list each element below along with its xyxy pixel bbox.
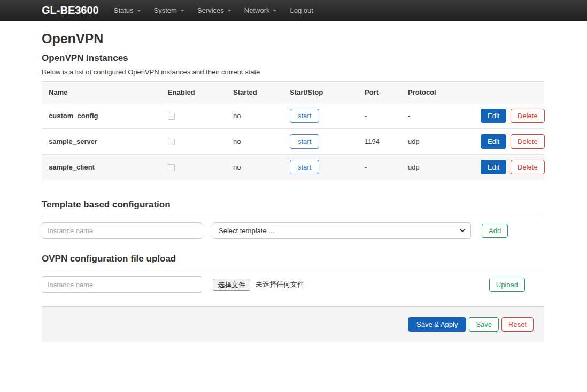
file-status-text: 未选择任何文件 bbox=[256, 280, 304, 289]
table-row: sample_server no start 1194 udp Edit Del… bbox=[42, 129, 544, 155]
column-header-enabled: Enabled bbox=[161, 82, 226, 103]
nav-item-label: Status bbox=[114, 6, 134, 14]
delete-button[interactable]: Delete bbox=[511, 160, 545, 174]
start-button[interactable]: start bbox=[290, 134, 319, 149]
column-header-startstop: Start/Stop bbox=[283, 82, 358, 103]
template-form-row: Select template ... Add bbox=[42, 222, 544, 239]
instance-name: sample_server bbox=[42, 129, 161, 155]
column-header-started: Started bbox=[226, 82, 283, 103]
column-header-name: Name bbox=[42, 82, 161, 103]
save-button[interactable]: Save bbox=[469, 317, 499, 332]
template-section-heading: Template based configuration bbox=[42, 199, 544, 216]
template-instance-name-input[interactable] bbox=[42, 222, 202, 239]
protocol-value: udp bbox=[401, 155, 474, 180]
save-apply-button[interactable]: Save & Apply bbox=[408, 317, 466, 332]
template-select[interactable]: Select template ... bbox=[213, 222, 471, 239]
start-button[interactable]: start bbox=[290, 160, 319, 174]
nav-item-network[interactable]: Network bbox=[238, 0, 284, 21]
upload-button[interactable]: Upload bbox=[489, 278, 525, 292]
protocol-value: - bbox=[401, 103, 474, 129]
nav-item-label: Log out bbox=[290, 6, 313, 14]
port-value: - bbox=[358, 155, 401, 180]
column-header-actions bbox=[474, 82, 544, 103]
port-value: - bbox=[358, 103, 401, 129]
caret-down-icon bbox=[227, 10, 231, 12]
start-button[interactable]: start bbox=[290, 109, 319, 123]
edit-button[interactable]: Edit bbox=[481, 109, 506, 123]
instance-name: custom_config bbox=[42, 103, 161, 129]
enabled-checkbox[interactable] bbox=[168, 164, 175, 171]
edit-button[interactable]: Edit bbox=[481, 160, 506, 174]
instance-name: sample_client bbox=[42, 155, 161, 180]
reset-button[interactable]: Reset bbox=[501, 317, 534, 332]
nav-item-label: System bbox=[154, 6, 177, 14]
nav-item-status[interactable]: Status bbox=[107, 0, 148, 21]
nav-menu: Status System Services Network Log out bbox=[107, 0, 320, 21]
nav-item-label: Network bbox=[244, 6, 270, 14]
upload-form-row: 选择文件 未选择任何文件 Upload bbox=[42, 276, 544, 293]
choose-file-button[interactable]: 选择文件 bbox=[213, 279, 250, 291]
enabled-checkbox[interactable] bbox=[168, 113, 175, 120]
caret-down-icon bbox=[273, 10, 277, 12]
delete-button[interactable]: Delete bbox=[511, 134, 545, 149]
template-select-wrap: Select template ... bbox=[213, 222, 471, 239]
port-value: 1194 bbox=[358, 129, 401, 155]
column-header-protocol: Protocol bbox=[401, 82, 474, 103]
instances-heading: OpenVPN instances bbox=[42, 53, 544, 64]
protocol-value: udp bbox=[401, 129, 474, 155]
add-button[interactable]: Add bbox=[482, 224, 508, 238]
delete-button[interactable]: Delete bbox=[511, 109, 545, 123]
file-input[interactable]: 选择文件 未选择任何文件 bbox=[213, 279, 304, 291]
nav-item-system[interactable]: System bbox=[148, 0, 191, 21]
enabled-checkbox[interactable] bbox=[168, 139, 175, 145]
caret-down-icon bbox=[180, 10, 184, 12]
column-header-port: Port bbox=[358, 82, 401, 103]
started-value: no bbox=[226, 129, 283, 155]
upload-section-heading: OVPN configuration file upload bbox=[42, 253, 544, 270]
started-value: no bbox=[226, 155, 283, 180]
navbar: GL-BE3600 Status System Services Network… bbox=[0, 0, 587, 21]
action-bar: Save & Apply Save Reset bbox=[42, 306, 544, 342]
brand-logo[interactable]: GL-BE3600 bbox=[42, 4, 99, 17]
table-row: custom_config no start - - Edit Delete bbox=[42, 103, 544, 129]
table-header-row: Name Enabled Started Start/Stop Port Pro… bbox=[42, 82, 544, 103]
edit-button[interactable]: Edit bbox=[481, 134, 506, 149]
nav-item-label: Services bbox=[197, 6, 224, 14]
started-value: no bbox=[226, 103, 283, 129]
caret-down-icon bbox=[137, 10, 141, 12]
nav-item-services[interactable]: Services bbox=[191, 0, 238, 21]
table-row: sample_client no start - udp Edit Delete bbox=[42, 155, 544, 180]
upload-instance-name-input[interactable] bbox=[42, 276, 202, 293]
instances-table: Name Enabled Started Start/Stop Port Pro… bbox=[42, 81, 544, 180]
instances-description: Below is a list of configured OpenVPN in… bbox=[42, 68, 544, 76]
nav-item-logout[interactable]: Log out bbox=[283, 0, 319, 21]
main-content: OpenVPN OpenVPN instances Below is a lis… bbox=[42, 31, 544, 342]
page-title: OpenVPN bbox=[42, 31, 544, 47]
